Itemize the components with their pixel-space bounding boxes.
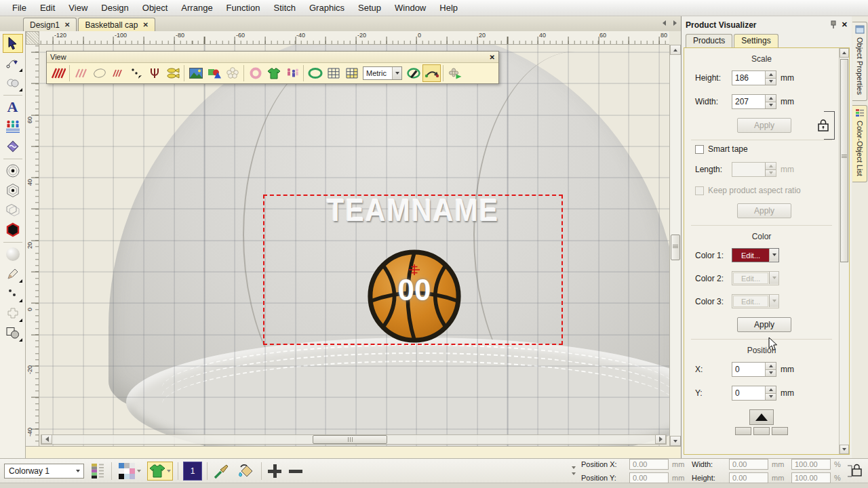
- 3d-globe-tool-icon[interactable]: [3, 245, 23, 264]
- penetrations-tool-icon[interactable]: [3, 284, 23, 303]
- menu-graphics[interactable]: Graphics: [302, 1, 351, 15]
- show-vectors-icon[interactable]: [205, 64, 223, 82]
- scroll-right-icon[interactable]: [655, 434, 666, 444]
- embroidery-player-number[interactable]: 00: [367, 273, 462, 307]
- monogram-tool-icon[interactable]: [3, 137, 23, 156]
- color-picker-icon[interactable]: [212, 462, 231, 481]
- scroll-up-icon[interactable]: [670, 45, 681, 55]
- tab-design1-close-icon[interactable]: ✕: [64, 21, 70, 28]
- measurement-unit-dropdown[interactable]: Metric: [363, 66, 402, 80]
- tab-scroll-right-icon[interactable]: [671, 19, 678, 27]
- circle-fill-tool-icon[interactable]: [3, 161, 23, 180]
- lock-proportions-icon[interactable]: [846, 460, 864, 482]
- lettering-tool-icon[interactable]: A: [3, 98, 23, 117]
- embroidery-team-name[interactable]: TEAMNAME: [275, 192, 551, 228]
- tab-color-object-list[interactable]: Color-Object List: [852, 105, 867, 182]
- show-needle-points-icon[interactable]: [127, 64, 145, 82]
- horizontal-scrollbar[interactable]: [41, 434, 667, 445]
- pin-icon[interactable]: [829, 20, 837, 29]
- ruler-origin-box[interactable]: [26, 31, 39, 45]
- tab-settings[interactable]: Settings: [734, 34, 778, 47]
- menu-file[interactable]: File: [5, 1, 33, 15]
- panel-scrollbar[interactable]: [839, 48, 849, 454]
- height-field[interactable]: [732, 70, 776, 85]
- design-canvas[interactable]: TEAMNAME 00: [39, 45, 669, 446]
- show-bitmaps-icon[interactable]: [186, 64, 205, 82]
- show-rulers-guides-icon[interactable]: [342, 64, 361, 82]
- show-models-icon[interactable]: [283, 64, 301, 82]
- smart-tape-checkbox[interactable]: [695, 145, 704, 154]
- border-hexagon-tool-icon[interactable]: [3, 220, 23, 239]
- position-x-spinner[interactable]: [765, 363, 776, 376]
- team-names-tool-icon[interactable]: [3, 117, 23, 136]
- position-y-spinner[interactable]: [765, 386, 776, 400]
- current-color-swatch[interactable]: 1: [183, 462, 202, 481]
- menu-function[interactable]: Function: [220, 1, 267, 15]
- tab-object-properties[interactable]: Object Properties: [852, 22, 867, 101]
- colorway-editor-icon[interactable]: [89, 462, 106, 481]
- chevron-down-icon[interactable]: [137, 470, 141, 472]
- product-display-icon[interactable]: [147, 462, 173, 481]
- show-grid-icon[interactable]: [324, 64, 342, 82]
- stitch-edit-tool-icon[interactable]: [3, 73, 23, 92]
- menu-arrange[interactable]: Arrange: [174, 1, 219, 15]
- tab-basketball-cap[interactable]: Basketball cap ✕: [78, 18, 155, 31]
- panel-scrollbar-thumb[interactable]: [840, 59, 848, 262]
- nudge-left-button[interactable]: [735, 427, 751, 435]
- menu-view[interactable]: View: [62, 1, 94, 15]
- status-collapse-icons[interactable]: [572, 466, 576, 475]
- lock-aspect-icon[interactable]: [817, 119, 829, 132]
- menu-window[interactable]: Window: [388, 1, 433, 15]
- menu-help[interactable]: Help: [433, 1, 465, 15]
- hoop-layout-icon[interactable]: [404, 64, 422, 82]
- view-toolbar-close-icon[interactable]: ✕: [490, 54, 495, 61]
- remove-colorway-icon[interactable]: [288, 462, 304, 481]
- nudge-center-button[interactable]: [753, 427, 770, 435]
- show-product-icon[interactable]: [264, 64, 283, 82]
- stitch-player-icon[interactable]: [446, 64, 464, 82]
- chevron-down-icon[interactable]: [167, 470, 171, 472]
- scroll-left-icon[interactable]: [41, 434, 52, 444]
- tab-products[interactable]: Products: [686, 34, 732, 47]
- horizontal-scrollbar-thumb[interactable]: [313, 435, 387, 444]
- nudge-up-button[interactable]: [749, 409, 774, 425]
- thread-colors-icon[interactable]: [117, 462, 142, 481]
- chevron-down-icon[interactable]: [769, 249, 778, 261]
- show-connectors-icon[interactable]: [163, 64, 182, 82]
- panel-close-icon[interactable]: ✕: [842, 20, 848, 29]
- menu-setup[interactable]: Setup: [351, 1, 388, 15]
- digitize-pencil-tool-icon[interactable]: [3, 264, 23, 283]
- width-spinner[interactable]: [765, 95, 776, 108]
- menu-design[interactable]: Design: [94, 1, 135, 15]
- select-tool-icon[interactable]: [3, 34, 23, 53]
- tab-scroll-left-icon[interactable]: [660, 19, 667, 27]
- nudge-right-button[interactable]: [772, 427, 788, 435]
- offset-outlines-tool-icon[interactable]: [3, 201, 23, 220]
- tab-basketball-cap-close-icon[interactable]: ✕: [142, 21, 148, 28]
- show-hoop-icon[interactable]: [246, 64, 264, 82]
- show-small-stitches-icon[interactable]: [108, 64, 127, 82]
- reshape-tool-icon[interactable]: [3, 54, 23, 73]
- position-x-field[interactable]: [732, 362, 776, 377]
- color-apply-button[interactable]: Apply: [737, 317, 791, 332]
- menu-stitch[interactable]: Stitch: [267, 1, 302, 15]
- panel-scroll-up-icon[interactable]: [840, 48, 849, 58]
- slow-redraw-icon[interactable]: [422, 64, 441, 82]
- colorway-dropdown[interactable]: Colorway 1: [4, 464, 84, 479]
- color1-edit-dropdown[interactable]: Edit...: [732, 248, 779, 262]
- buttonhole-tool-icon[interactable]: [3, 304, 23, 323]
- add-colorway-icon[interactable]: [267, 462, 283, 481]
- show-stitches-icon[interactable]: [49, 64, 67, 82]
- show-applique-icon[interactable]: [223, 64, 241, 82]
- height-spinner[interactable]: [765, 71, 776, 85]
- show-half-stitches-icon[interactable]: [72, 64, 90, 82]
- vertical-scrollbar-thumb[interactable]: [671, 235, 680, 260]
- menu-object[interactable]: Object: [136, 1, 175, 15]
- panel-scroll-down-icon[interactable]: [840, 445, 849, 454]
- show-outlines-icon[interactable]: [90, 64, 108, 82]
- position-y-field[interactable]: [732, 386, 776, 401]
- show-machine-functions-icon[interactable]: [145, 64, 163, 82]
- vertical-scrollbar[interactable]: [669, 45, 681, 446]
- show-hoop-template-icon[interactable]: [306, 64, 324, 82]
- shapes-tool-icon[interactable]: [3, 323, 23, 342]
